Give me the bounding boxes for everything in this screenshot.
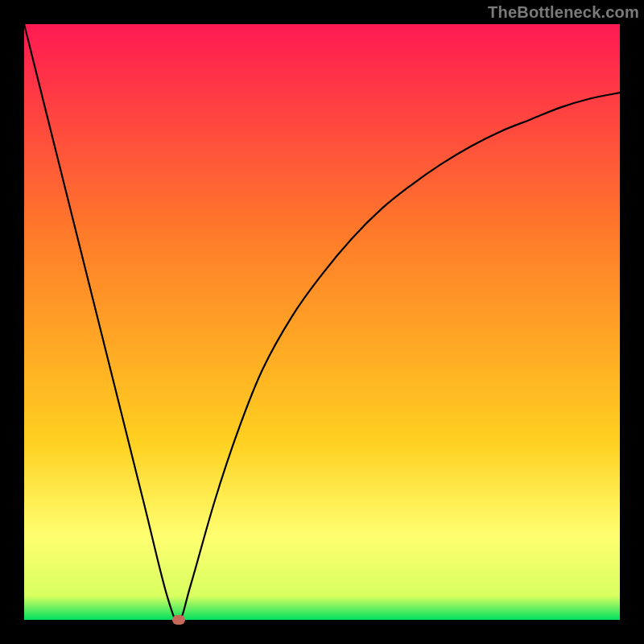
bottleneck-curve: [24, 24, 620, 620]
chart-frame: TheBottleneck.com: [0, 0, 644, 644]
plot-area: [24, 24, 620, 620]
optimum-marker: [172, 615, 185, 625]
watermark-text: TheBottleneck.com: [488, 3, 639, 22]
